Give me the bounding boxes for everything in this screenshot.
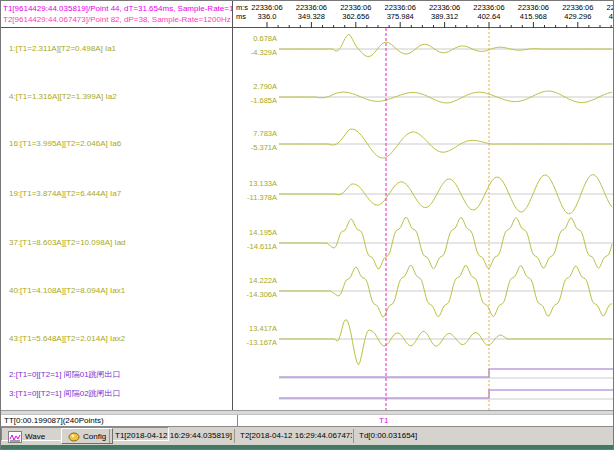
digital-trace-2 xyxy=(279,390,613,398)
channel-scale-min: -14.306A xyxy=(233,290,277,299)
cursor-marker-row: TT[0:00.199087](240Points) T1 xyxy=(1,415,614,426)
status-t1-time: T1[2018-04-12 16:29:44.035819] xyxy=(109,429,233,443)
status-t2-time: T2[2018-04-12 16:29:44.067473] xyxy=(234,429,352,443)
channel-label[interactable]: 43:[T1=5.648A][T2=2.014A] Iax2 xyxy=(9,334,125,344)
waveform-Iax2 xyxy=(279,320,612,365)
channel-scale-max: 13.133A xyxy=(233,179,277,188)
axis-tick-label: 22336:06349.328 xyxy=(288,3,334,21)
channel-scale-min: -5.371A xyxy=(233,143,277,152)
axis-tick-label: 22336:06402.64 xyxy=(466,3,512,21)
channel-label[interactable]: 2:[T1=0][T2=1] 间隔01跳闸出口 xyxy=(9,370,121,380)
axis-tick-label: 22336:06336.0 xyxy=(244,3,290,21)
wave-icon xyxy=(8,431,22,443)
axis-tick-label: 22336:06375.984 xyxy=(377,3,423,21)
cursor-info-panel: T1[9614429:44.035819]/Point 44, dT=31.65… xyxy=(1,1,233,28)
waveform-Ia1 xyxy=(279,35,612,57)
channel-scale-min: -1.685A xyxy=(233,96,277,105)
wave-analyzer-window: T1[9614429:44.035819]/Point 44, dT=31.65… xyxy=(0,0,614,450)
channel-scale-max: 0.678A xyxy=(233,34,277,43)
axis-tick-label: 22336:06415.968 xyxy=(510,3,556,21)
header: T1[9614429:44.035819]/Point 44, dT=31.65… xyxy=(1,1,614,28)
channel-label[interactable]: 37:[T1=8.603A][T2=10.098A] Iad xyxy=(9,238,126,248)
channel-scale-min: -13.167A xyxy=(233,338,277,347)
config-icon xyxy=(68,431,80,442)
channel-label[interactable]: 4:[T1=1.316A][T2=1.399A] Ia2 xyxy=(9,92,117,102)
channel-label[interactable]: 1:[T1=2.311A][T2=0.498A] Ia1 xyxy=(9,44,116,54)
channel-label[interactable]: 16:[T1=3.995A][T2=2.046A] Ia6 xyxy=(9,139,121,149)
tab-wave-label: Wave xyxy=(25,432,45,441)
waveform-canvas[interactable] xyxy=(233,28,614,410)
status-bar: Wave Config T1[2018-04-12 16:29:44.03581… xyxy=(1,426,614,445)
axis-tick-label: 22336:06442.624 xyxy=(599,3,614,21)
tab-wave[interactable]: Wave xyxy=(4,429,49,444)
channel-scale-max: 13.417A xyxy=(233,324,277,333)
channel-scale-min: -11.378A xyxy=(233,193,277,202)
axis-tick-label: 22336:06429.296 xyxy=(555,3,601,21)
channel-scale-max: 7.783A xyxy=(233,129,277,138)
tab-config-label: Config xyxy=(83,432,106,441)
total-time-readout: TT[0:00.199087](240Points) xyxy=(1,415,238,426)
channel-scale-max: 2.790A xyxy=(233,82,277,91)
tab-config[interactable]: Config xyxy=(61,428,113,444)
axis-tick-label: 22336:06362.656 xyxy=(333,3,379,21)
time-axis: m:s ms 22336:06336.022336:06349.32822336… xyxy=(233,1,614,28)
t1-cursor-info: T1[9614429:44.035819]/Point 44, dT=31.65… xyxy=(3,3,232,14)
channel-scale-min: -14.611A xyxy=(233,242,277,251)
waveform-panel[interactable]: 0.678A-4.329A2.790A-1.685A7.783A-5.371A1… xyxy=(233,28,614,410)
channel-scale-max: 14.195A xyxy=(233,228,277,237)
status-td-delta: Td[0:00.031654] xyxy=(353,429,439,443)
t2-cursor-info: T2[9614429:44.067473]/Point 82, dP=38, S… xyxy=(3,14,232,25)
bottom-edge-strip xyxy=(1,445,614,450)
t1-cursor-label[interactable]: T1 xyxy=(379,415,388,426)
axis-tick-label: 22336:06389.312 xyxy=(422,3,468,21)
channel-label[interactable]: 40:[T1=4.108A][T2=8.094A] Iax1 xyxy=(9,286,125,296)
channel-scale-min: -4.329A xyxy=(233,48,277,57)
channel-label[interactable]: 3:[T1=0][T2=1] 间隔02跳闸出口 xyxy=(9,389,121,399)
channel-scale-max: 14.222A xyxy=(233,276,277,285)
digital-trace-1 xyxy=(279,369,613,377)
channel-label[interactable]: 19:[T1=3.874A][T2=6.444A] Ia7 xyxy=(9,189,121,199)
channel-list-panel: 1:[T1=2.311A][T2=0.498A] Ia14:[T1=1.316A… xyxy=(1,28,233,410)
axis-tick-marks xyxy=(233,21,614,28)
